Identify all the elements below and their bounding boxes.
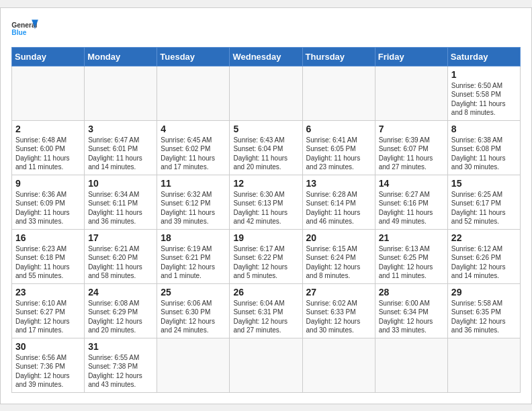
day-info: Sunrise: 6:47 AM Sunset: 6:01 PM Dayligh…: [88, 136, 153, 172]
day-cell: 1Sunrise: 6:50 AM Sunset: 5:58 PM Daylig…: [447, 66, 520, 120]
week-row-2: 2Sunrise: 6:48 AM Sunset: 6:00 PM Daylig…: [12, 120, 521, 175]
day-cell: 16Sunrise: 6:23 AM Sunset: 6:18 PM Dayli…: [12, 229, 85, 283]
day-number: 2: [15, 124, 81, 134]
day-number: 25: [161, 287, 226, 298]
day-cell: 6Sunrise: 6:41 AM Sunset: 6:05 PM Daylig…: [302, 120, 375, 175]
day-cell: 14Sunrise: 6:27 AM Sunset: 6:16 PM Dayli…: [375, 175, 447, 229]
day-cell: 29Sunrise: 5:58 AM Sunset: 6:35 PM Dayli…: [447, 283, 520, 338]
day-cell: 23Sunrise: 6:10 AM Sunset: 6:27 PM Dayli…: [12, 283, 85, 338]
weekday-header-wednesday: Wednesday: [230, 47, 302, 66]
day-cell: [85, 66, 157, 120]
day-info: Sunrise: 6:34 AM Sunset: 6:11 PM Dayligh…: [88, 190, 153, 226]
day-info: Sunrise: 6:00 AM Sunset: 6:34 PM Dayligh…: [379, 299, 444, 335]
day-info: Sunrise: 6:41 AM Sunset: 6:05 PM Dayligh…: [306, 136, 371, 172]
day-cell: [375, 338, 447, 392]
day-number: 20: [306, 232, 371, 243]
generalblue-logo-icon: General Blue: [11, 19, 38, 39]
day-number: 23: [15, 287, 81, 298]
calendar-thead: SundayMondayTuesdayWednesdayThursdayFrid…: [12, 47, 521, 66]
day-info: Sunrise: 6:10 AM Sunset: 6:27 PM Dayligh…: [15, 299, 81, 335]
day-info: Sunrise: 6:50 AM Sunset: 5:58 PM Dayligh…: [451, 81, 517, 118]
day-info: Sunrise: 6:12 AM Sunset: 6:26 PM Dayligh…: [451, 244, 517, 281]
day-cell: [375, 66, 447, 120]
day-number: 6: [306, 124, 371, 134]
day-cell: 8Sunrise: 6:38 AM Sunset: 6:08 PM Daylig…: [447, 120, 520, 175]
day-number: 28: [379, 287, 444, 298]
day-cell: 4Sunrise: 6:45 AM Sunset: 6:02 PM Daylig…: [157, 120, 230, 175]
day-cell: [302, 338, 375, 392]
day-number: 12: [233, 178, 298, 189]
day-number: 7: [379, 124, 444, 134]
day-cell: 17Sunrise: 6:21 AM Sunset: 6:20 PM Dayli…: [85, 229, 157, 283]
day-number: 22: [451, 232, 517, 243]
day-info: Sunrise: 5:58 AM Sunset: 6:35 PM Dayligh…: [451, 299, 517, 335]
calendar-container: General Blue SundayMondayTuesdayWednesda…: [0, 7, 532, 404]
calendar-header: General Blue: [11, 19, 521, 39]
day-cell: 12Sunrise: 6:30 AM Sunset: 6:13 PM Dayli…: [230, 175, 302, 229]
day-number: 4: [161, 124, 226, 134]
day-number: 18: [161, 232, 226, 243]
calendar-tbody: 1Sunrise: 6:50 AM Sunset: 5:58 PM Daylig…: [12, 66, 521, 392]
day-cell: [447, 338, 520, 392]
weekday-header-saturday: Saturday: [447, 47, 520, 66]
day-info: Sunrise: 6:23 AM Sunset: 6:18 PM Dayligh…: [15, 244, 81, 281]
day-info: Sunrise: 6:55 AM Sunset: 7:38 PM Dayligh…: [88, 353, 153, 390]
day-number: 16: [15, 232, 81, 243]
day-info: Sunrise: 6:56 AM Sunset: 7:36 PM Dayligh…: [15, 353, 81, 390]
day-cell: 18Sunrise: 6:19 AM Sunset: 6:21 PM Dayli…: [157, 229, 230, 283]
day-number: 15: [451, 178, 517, 189]
day-cell: 11Sunrise: 6:32 AM Sunset: 6:12 PM Dayli…: [157, 175, 230, 229]
day-cell: 21Sunrise: 6:13 AM Sunset: 6:25 PM Dayli…: [375, 229, 447, 283]
day-number: 10: [88, 178, 153, 189]
day-cell: 22Sunrise: 6:12 AM Sunset: 6:26 PM Dayli…: [447, 229, 520, 283]
day-cell: [157, 338, 230, 392]
day-cell: 15Sunrise: 6:25 AM Sunset: 6:17 PM Dayli…: [447, 175, 520, 229]
day-info: Sunrise: 6:28 AM Sunset: 6:14 PM Dayligh…: [306, 190, 371, 226]
day-info: Sunrise: 6:21 AM Sunset: 6:20 PM Dayligh…: [88, 244, 153, 281]
day-number: 5: [233, 124, 298, 134]
day-cell: 24Sunrise: 6:08 AM Sunset: 6:29 PM Dayli…: [85, 283, 157, 338]
day-cell: 19Sunrise: 6:17 AM Sunset: 6:22 PM Dayli…: [230, 229, 302, 283]
day-number: 21: [379, 232, 444, 243]
day-number: 27: [306, 287, 371, 298]
calendar-table: SundayMondayTuesdayWednesdayThursdayFrid…: [11, 47, 521, 393]
day-number: 9: [15, 178, 81, 189]
day-info: Sunrise: 6:13 AM Sunset: 6:25 PM Dayligh…: [379, 244, 444, 281]
weekday-header-thursday: Thursday: [302, 47, 375, 66]
day-cell: 9Sunrise: 6:36 AM Sunset: 6:09 PM Daylig…: [12, 175, 85, 229]
day-cell: [230, 66, 302, 120]
day-number: 26: [233, 287, 298, 298]
day-number: 8: [451, 124, 517, 134]
day-cell: [230, 338, 302, 392]
day-info: Sunrise: 6:19 AM Sunset: 6:21 PM Dayligh…: [161, 244, 226, 281]
day-info: Sunrise: 6:39 AM Sunset: 6:07 PM Dayligh…: [379, 136, 444, 172]
day-number: 1: [451, 69, 517, 80]
day-number: 14: [379, 178, 444, 189]
day-info: Sunrise: 6:45 AM Sunset: 6:02 PM Dayligh…: [161, 136, 226, 172]
day-cell: 30Sunrise: 6:56 AM Sunset: 7:36 PM Dayli…: [12, 338, 85, 392]
day-info: Sunrise: 6:48 AM Sunset: 6:00 PM Dayligh…: [15, 136, 81, 172]
day-info: Sunrise: 6:04 AM Sunset: 6:31 PM Dayligh…: [233, 299, 298, 335]
weekday-header-friday: Friday: [375, 47, 447, 66]
day-number: 24: [88, 287, 153, 298]
day-info: Sunrise: 6:32 AM Sunset: 6:12 PM Dayligh…: [161, 190, 226, 226]
week-row-4: 16Sunrise: 6:23 AM Sunset: 6:18 PM Dayli…: [12, 229, 521, 283]
day-number: 31: [88, 341, 153, 352]
day-info: Sunrise: 6:08 AM Sunset: 6:29 PM Dayligh…: [88, 299, 153, 335]
day-number: 19: [233, 232, 298, 243]
svg-text:Blue: Blue: [11, 28, 27, 36]
day-info: Sunrise: 6:15 AM Sunset: 6:24 PM Dayligh…: [306, 244, 371, 281]
day-cell: 27Sunrise: 6:02 AM Sunset: 6:33 PM Dayli…: [302, 283, 375, 338]
day-info: Sunrise: 6:36 AM Sunset: 6:09 PM Dayligh…: [15, 190, 81, 226]
day-number: 11: [161, 178, 226, 189]
day-number: 3: [88, 124, 153, 134]
day-cell: [157, 66, 230, 120]
day-info: Sunrise: 6:02 AM Sunset: 6:33 PM Dayligh…: [306, 299, 371, 335]
day-info: Sunrise: 6:17 AM Sunset: 6:22 PM Dayligh…: [233, 244, 298, 281]
day-cell: 13Sunrise: 6:28 AM Sunset: 6:14 PM Dayli…: [302, 175, 375, 229]
day-info: Sunrise: 6:27 AM Sunset: 6:16 PM Dayligh…: [379, 190, 444, 226]
day-info: Sunrise: 6:43 AM Sunset: 6:04 PM Dayligh…: [233, 136, 298, 172]
weekday-header-sunday: Sunday: [12, 47, 85, 66]
day-info: Sunrise: 6:06 AM Sunset: 6:30 PM Dayligh…: [161, 299, 226, 335]
day-cell: [12, 66, 85, 120]
